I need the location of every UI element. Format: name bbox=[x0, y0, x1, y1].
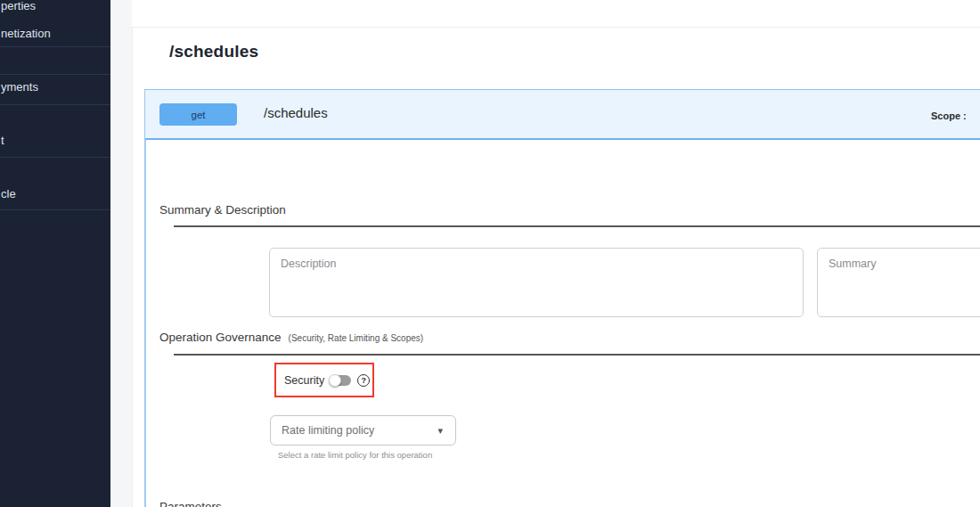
governance-section-title-text: Operation Governance bbox=[159, 331, 282, 344]
sidebar-item-properties[interactable]: perties bbox=[1, 0, 36, 12]
sidebar-item-monetization[interactable]: netization bbox=[1, 28, 51, 40]
operation-header[interactable]: get /schedules Scope : bbox=[145, 90, 980, 140]
http-method-badge[interactable]: get bbox=[159, 103, 237, 126]
governance-section-title: Operation Governance(Security, Rate Limi… bbox=[159, 331, 423, 344]
security-label: Security bbox=[284, 374, 324, 387]
sidebar-item-t[interactable]: t bbox=[1, 135, 4, 147]
sidebar-divider bbox=[0, 157, 110, 158]
governance-section-rule bbox=[174, 354, 980, 356]
description-textarea[interactable] bbox=[269, 248, 804, 317]
rate-limit-policy-value: Rate limiting policy bbox=[282, 424, 374, 437]
sidebar-item-cle[interactable]: cle bbox=[1, 188, 16, 200]
rate-limit-policy-select[interactable]: Rate limiting policy ▾ bbox=[270, 415, 456, 446]
operation-body: Summary & Description Operation Governan… bbox=[145, 140, 980, 507]
sidebar-divider bbox=[0, 46, 110, 47]
operation-panel: get /schedules Scope : Summary & Descrip… bbox=[144, 89, 980, 507]
summary-textarea[interactable] bbox=[817, 248, 980, 317]
sidebar: perties netization yments t cle bbox=[0, 0, 110, 507]
security-toggle-knob bbox=[329, 374, 341, 387]
security-toggle[interactable] bbox=[331, 375, 351, 386]
governance-section-subtitle: (Security, Rate Limiting & Scopes) bbox=[289, 333, 424, 343]
summary-section-title: Summary & Description bbox=[159, 203, 286, 217]
summary-section-title-text: Summary & Description bbox=[159, 203, 286, 217]
sidebar-divider bbox=[0, 74, 110, 75]
security-highlight-box: Security ? bbox=[274, 363, 374, 397]
scope-label: Scope : bbox=[931, 110, 967, 121]
sidebar-gutter bbox=[110, 0, 132, 507]
page-title: /schedules bbox=[169, 42, 258, 61]
sidebar-divider bbox=[0, 104, 110, 105]
operation-path: /schedules bbox=[264, 105, 328, 120]
security-help-icon[interactable]: ? bbox=[357, 374, 370, 387]
parameters-section-title-text: Parameters bbox=[159, 500, 222, 507]
rate-limit-hint: Select a rate limit policy for this oper… bbox=[278, 450, 432, 460]
parameters-section-title: Parameters bbox=[159, 500, 222, 507]
summary-section-rule bbox=[174, 225, 980, 227]
sidebar-divider bbox=[0, 209, 110, 210]
chevron-down-icon: ▾ bbox=[437, 425, 443, 437]
sidebar-item-payments[interactable]: yments bbox=[1, 81, 38, 94]
